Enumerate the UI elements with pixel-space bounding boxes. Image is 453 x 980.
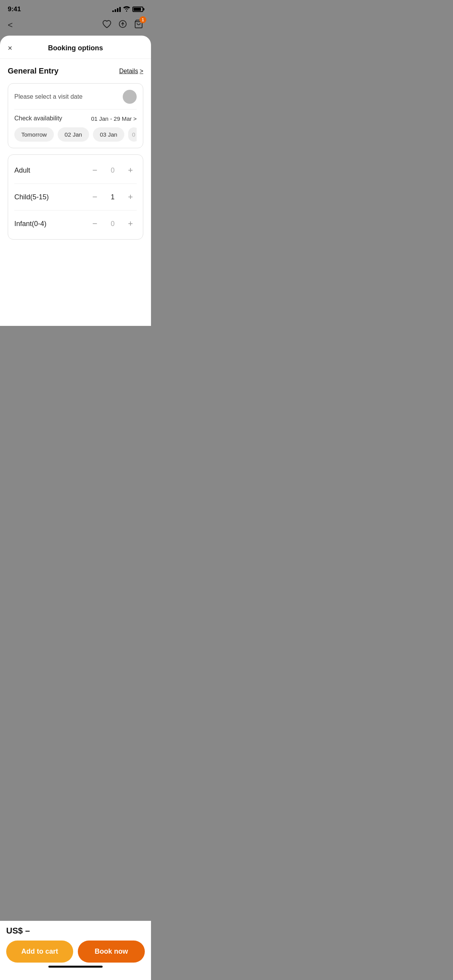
sheet-body: General Entry Details > Please select a … (0, 59, 151, 325)
details-link[interactable]: Details > (119, 68, 143, 75)
child-value: 1 (109, 193, 117, 201)
date-chip-partial: 0 (128, 127, 137, 142)
date-card: Please select a visit date Check availab… (8, 83, 143, 148)
close-button[interactable]: × (8, 44, 12, 53)
adult-increase-button[interactable]: + (124, 164, 137, 176)
date-toggle[interactable] (123, 90, 137, 104)
sheet-title: Booking options (48, 44, 103, 52)
signal-icon (112, 7, 121, 12)
availability-range-text: 01 Jan - 29 Mar (91, 115, 132, 122)
adult-decrease-button[interactable]: − (89, 164, 101, 176)
infant-row: Infant(0-4) − 0 + (14, 210, 137, 237)
share-icon[interactable] (118, 20, 127, 31)
nav-right-icons: 1 (102, 19, 143, 31)
date-chip-tomorrow[interactable]: Tomorrow (14, 127, 54, 142)
adult-label: Adult (14, 166, 30, 175)
date-chips: Tomorrow 02 Jan 03 Jan 0 (14, 127, 137, 142)
adult-value: 0 (109, 166, 117, 175)
date-chip-jan02[interactable]: 02 Jan (58, 127, 89, 142)
back-button[interactable]: < (8, 20, 13, 30)
availability-chevron-icon: > (133, 115, 137, 122)
battery-icon (132, 7, 143, 12)
infant-decrease-button[interactable]: − (89, 218, 101, 230)
nav-bar: < 1 (0, 16, 151, 36)
date-select-label: Please select a visit date (14, 93, 82, 100)
infant-value: 0 (109, 220, 117, 228)
child-increase-button[interactable]: + (124, 191, 137, 203)
sheet-header: × Booking options (0, 36, 151, 59)
child-controls: − 1 + (89, 191, 137, 203)
child-row: Child(5-15) − 1 + (14, 183, 137, 210)
availability-range[interactable]: 01 Jan - 29 Mar > (91, 115, 137, 122)
infant-controls: − 0 + (89, 218, 137, 230)
cart-icon[interactable]: 1 (134, 19, 143, 31)
details-label: Details (119, 68, 138, 75)
cart-badge: 1 (139, 16, 146, 23)
date-chip-jan03[interactable]: 03 Jan (93, 127, 124, 142)
entry-title: General Entry (8, 67, 58, 75)
adult-controls: − 0 + (89, 164, 137, 176)
infant-label: Infant(0-4) (14, 220, 46, 228)
booking-sheet: × Booking options General Entry Details … (0, 36, 151, 326)
child-label: Child(5-15) (14, 193, 49, 201)
date-select-row: Please select a visit date (14, 90, 137, 110)
wifi-icon (123, 6, 130, 13)
wishlist-icon[interactable] (102, 20, 112, 31)
child-decrease-button[interactable]: − (89, 191, 101, 203)
availability-row: Check availability 01 Jan - 29 Mar > (14, 115, 137, 122)
status-bar: 9:41 (0, 0, 151, 16)
details-chevron-icon: > (140, 68, 143, 75)
status-time: 9:41 (8, 5, 21, 13)
adult-row: Adult − 0 + (14, 157, 137, 183)
infant-increase-button[interactable]: + (124, 218, 137, 230)
status-icons (112, 6, 143, 13)
quantity-card: Adult − 0 + Child(5-15) − 1 + Infant(0-4… (8, 154, 143, 240)
entry-row: General Entry Details > (8, 67, 143, 75)
availability-label: Check availability (14, 115, 62, 122)
